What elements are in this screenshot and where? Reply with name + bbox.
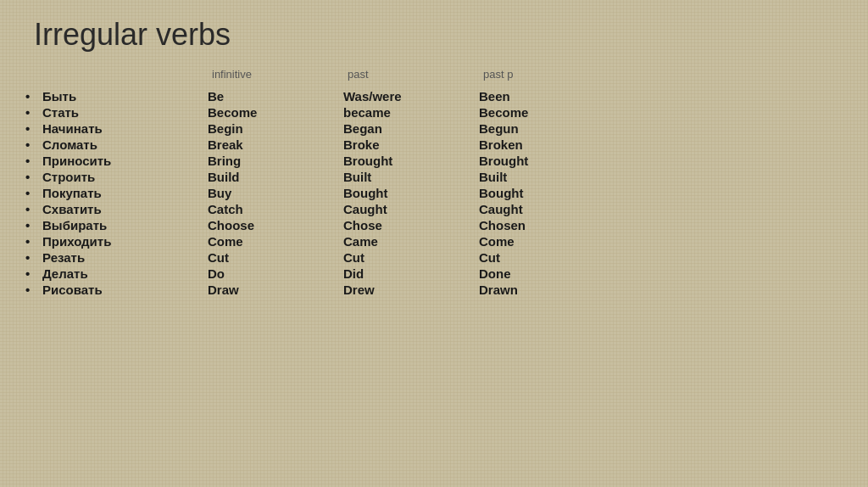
past-participle-word: Been (479, 89, 615, 104)
table-row: • Строить Build Built Built (25, 170, 843, 184)
page-title: Irregular verbs (34, 17, 843, 53)
past-participle-word: Bought (479, 186, 615, 200)
russian-word: Резать (42, 250, 208, 265)
bullet: • (25, 186, 42, 200)
infinitive-word: Cut (208, 250, 343, 265)
past-word: Began (343, 121, 479, 136)
table-row: • Стать Become became Become (25, 105, 843, 120)
infinitive-word: Break (208, 137, 343, 152)
past-word: Built (343, 170, 479, 184)
russian-word: Сломать (42, 137, 208, 152)
russian-word: Строить (42, 170, 208, 184)
past-participle-word: Chosen (479, 218, 615, 232)
table-row: • Схватить Catch Caught Caught (25, 202, 843, 216)
verb-list: • Быть Be Was/were Been • Стать Become b… (25, 89, 843, 297)
past-participle-word: Drawn (479, 283, 615, 297)
bullet: • (25, 218, 42, 232)
past-word: Was/were (343, 89, 479, 104)
bullet: • (25, 137, 42, 152)
infinitive-word: Become (208, 105, 343, 120)
header-infinitive: infinitive (212, 68, 348, 81)
bullet: • (25, 89, 42, 104)
bullet: • (25, 154, 42, 168)
table-row: • Быть Be Was/were Been (25, 89, 843, 104)
table-row: • Выбирать Choose Chose Chosen (25, 218, 843, 232)
russian-word: Рисовать (42, 283, 208, 297)
past-word: Broke (343, 137, 479, 152)
past-participle-word: Cut (479, 250, 615, 265)
table-row: • Сломать Break Broke Broken (25, 137, 843, 152)
infinitive-word: Be (208, 89, 343, 104)
past-participle-word: Done (479, 266, 615, 281)
table-row: • Покупать Buy Bought Bought (25, 186, 843, 200)
russian-word: Делать (42, 266, 208, 281)
past-word: Caught (343, 202, 479, 216)
table-row: • Начинать Begin Began Begun (25, 121, 843, 136)
infinitive-word: Begin (208, 121, 343, 136)
bullet: • (25, 202, 42, 216)
infinitive-word: Bring (208, 154, 343, 168)
table-row: • Приходить Come Came Come (25, 234, 843, 249)
bullet: • (25, 170, 42, 184)
russian-word: Схватить (42, 202, 208, 216)
past-word: became (343, 105, 479, 120)
past-word: Bought (343, 186, 479, 200)
infinitive-word: Come (208, 234, 343, 249)
column-headers: infinitive past past p (212, 68, 843, 81)
past-participle-word: Brought (479, 154, 615, 168)
table-row: • Приносить Bring Brought Brought (25, 154, 843, 168)
past-participle-word: Built (479, 170, 615, 184)
infinitive-word: Draw (208, 283, 343, 297)
bullet: • (25, 266, 42, 281)
header-past-p: past p (483, 68, 619, 81)
past-participle-word: Caught (479, 202, 615, 216)
infinitive-word: Choose (208, 218, 343, 232)
infinitive-word: Build (208, 170, 343, 184)
bullet: • (25, 121, 42, 136)
bullet: • (25, 283, 42, 297)
past-word: Did (343, 266, 479, 281)
russian-word: Начинать (42, 121, 208, 136)
russian-word: Стать (42, 105, 208, 120)
russian-word: Приходить (42, 234, 208, 249)
past-participle-word: Begun (479, 121, 615, 136)
past-word: Cut (343, 250, 479, 265)
bullet: • (25, 250, 42, 265)
russian-word: Приносить (42, 154, 208, 168)
table-row: • Делать Do Did Done (25, 266, 843, 281)
past-participle-word: Become (479, 105, 615, 120)
past-participle-word: Come (479, 234, 615, 249)
bullet: • (25, 234, 42, 249)
past-word: Chose (343, 218, 479, 232)
past-word: Drew (343, 283, 479, 297)
infinitive-word: Buy (208, 186, 343, 200)
table-row: • Резать Cut Cut Cut (25, 250, 843, 265)
page: Irregular verbs infinitive past past p •… (0, 0, 868, 487)
russian-word: Выбирать (42, 218, 208, 232)
infinitive-word: Catch (208, 202, 343, 216)
past-participle-word: Broken (479, 137, 615, 152)
past-word: Came (343, 234, 479, 249)
bullet: • (25, 105, 42, 120)
russian-word: Покупать (42, 186, 208, 200)
infinitive-word: Do (208, 266, 343, 281)
table-row: • Рисовать Draw Drew Drawn (25, 283, 843, 297)
header-past: past (348, 68, 483, 81)
russian-word: Быть (42, 89, 208, 104)
past-word: Brought (343, 154, 479, 168)
